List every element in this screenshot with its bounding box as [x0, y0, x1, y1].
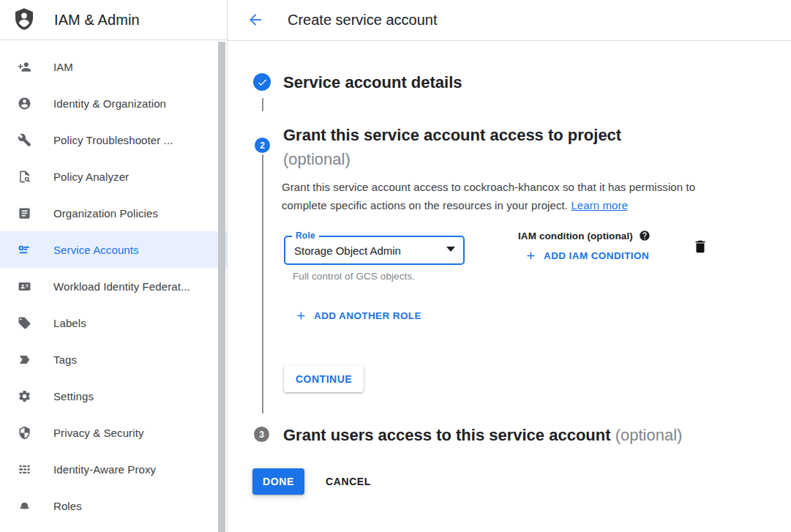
back-arrow-icon[interactable]	[247, 11, 264, 29]
sidebar-item-label: Labels	[53, 317, 86, 329]
sidebar-item-identity-organization[interactable]: Identity & Organization	[0, 85, 227, 121]
sidebar-item-label: Privacy & Security	[53, 427, 144, 439]
add-iam-condition-label: ADD IAM CONDITION	[544, 250, 649, 261]
document-search-icon	[18, 170, 31, 184]
sidebar-item-label: Identity-Aware Proxy	[53, 463, 156, 476]
plus-icon	[525, 250, 537, 262]
iam-condition-label: IAM condition (optional)	[518, 231, 633, 241]
sidebar-item-settings[interactable]: Settings	[0, 378, 227, 414]
continue-button[interactable]: CONTINUE	[284, 366, 364, 392]
service-account-key-icon	[18, 243, 31, 257]
cancel-button[interactable]: CANCEL	[320, 468, 377, 495]
step3-heading[interactable]: Grant users access to this service accou…	[283, 426, 682, 445]
account-circle-icon	[18, 97, 31, 110]
step2-number-badge: 2	[255, 138, 270, 153]
learn-more-link[interactable]: Learn more	[571, 199, 628, 211]
sidebar-item-roles[interactable]: Roles	[0, 487, 227, 524]
sidebar-item-identity-aware-proxy[interactable]: Identity-Aware Proxy	[0, 451, 227, 487]
step1-title[interactable]: Service account details	[283, 73, 462, 92]
gear-icon	[18, 389, 31, 403]
sidebar-item-service-accounts[interactable]: Service Accounts	[0, 231, 227, 268]
add-another-role-label: ADD ANOTHER ROLE	[314, 310, 421, 321]
wrench-icon	[18, 133, 31, 147]
main-panel: Create service account Service account d…	[228, 0, 791, 532]
id-card-icon	[18, 280, 31, 293]
step2-number: 2	[260, 141, 265, 151]
plus-icon	[295, 310, 307, 322]
sidebar-item-workload-identity-federat[interactable]: Workload Identity Federat...	[0, 268, 227, 304]
main-header: Create service account	[228, 0, 791, 41]
sidebar-item-policy-analyzer[interactable]: Policy Analyzer	[0, 158, 227, 195]
step2-description-text: Grant this service account access to coc…	[282, 181, 695, 211]
sidebar-item-label: IAM	[53, 61, 73, 73]
sidebar-item-label: Policy Troubleshooter ...	[53, 134, 173, 146]
page-title: Create service account	[288, 12, 438, 29]
sidebar-item-label: Roles	[53, 500, 82, 512]
sidebar-item-iam[interactable]: IAM	[0, 48, 227, 85]
sidebar-item-policy-troubleshooter[interactable]: Policy Troubleshooter ...	[0, 121, 227, 158]
step2-title: Grant this service account access to pro…	[283, 126, 621, 144]
help-icon[interactable]	[639, 230, 651, 241]
arrow-drop-down-icon	[446, 247, 455, 252]
proxy-rows-icon	[18, 462, 31, 476]
step2-heading[interactable]: Grant this service account access to pro…	[283, 123, 621, 171]
add-another-role-button[interactable]: ADD ANOTHER ROLE	[295, 310, 421, 322]
sidebar-item-label: Settings	[53, 390, 94, 402]
sidebar-item-label: Service Accounts	[53, 244, 139, 256]
step3-optional-label: (optional)	[615, 426, 683, 444]
step-connector	[262, 154, 263, 413]
step2-description: Grant this service account access to coc…	[282, 178, 724, 215]
app-header: IAM & Admin	[0, 0, 227, 40]
step-connector	[262, 98, 263, 111]
step1-check-icon	[253, 73, 271, 91]
delete-role-button[interactable]	[692, 239, 708, 255]
sidebar-item-label: Policy Analyzer	[53, 171, 129, 183]
role-select[interactable]: Role Storage Object Admin	[284, 236, 465, 265]
role-helper-text: Full control of GCS objects.	[293, 271, 415, 282]
shield-half-icon	[18, 426, 31, 440]
iam-condition-row: IAM condition (optional)	[518, 230, 651, 241]
sidebar-item-tags[interactable]: Tags	[0, 341, 227, 378]
label-tag-icon	[18, 316, 31, 330]
page-root: IAM & Admin IAMIdentity & OrganizationPo…	[0, 0, 791, 532]
sidebar-item-label: Organization Policies	[53, 207, 158, 220]
sidebar-item-label: Identity & Organization	[53, 97, 166, 110]
sidebar-item-organization-policies[interactable]: Organization Policies	[0, 195, 227, 231]
hat-icon	[18, 499, 31, 513]
step3-number: 3	[259, 430, 264, 440]
sidebar-item-privacy-security[interactable]: Privacy & Security	[0, 414, 227, 451]
sidebar-nav: IAMIdentity & OrganizationPolicy Trouble…	[0, 40, 227, 524]
sidebar: IAM & Admin IAMIdentity & OrganizationPo…	[0, 0, 228, 532]
role-selected-value: Storage Object Admin	[294, 237, 401, 263]
person-add-icon	[18, 60, 31, 74]
shield-person-icon	[12, 7, 36, 32]
add-iam-condition-button[interactable]: ADD IAM CONDITION	[525, 250, 649, 262]
done-button[interactable]: DONE	[252, 468, 304, 495]
step3-number-badge: 3	[254, 427, 269, 442]
sidebar-scrollbar[interactable]	[218, 42, 225, 532]
app-title: IAM & Admin	[54, 12, 140, 29]
document-lines-icon	[18, 206, 31, 220]
step3-title: Grant users access to this service accou…	[283, 426, 611, 444]
sidebar-item-labels[interactable]: Labels	[0, 304, 227, 341]
sidebar-item-label: Workload Identity Federat...	[53, 280, 190, 293]
tag-arrow-icon	[18, 353, 31, 367]
step2-optional-label: (optional)	[283, 147, 621, 171]
sidebar-item-label: Tags	[53, 353, 77, 366]
